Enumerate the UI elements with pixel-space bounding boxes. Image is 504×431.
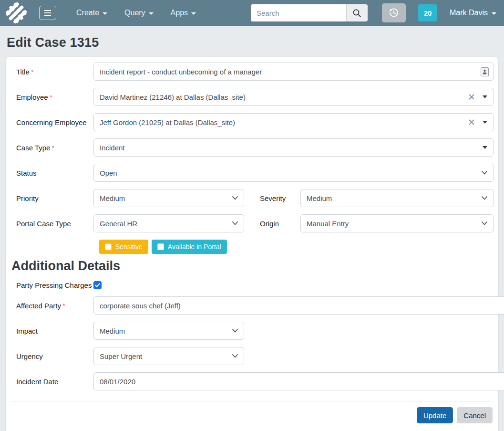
checkmark-icon [95,283,100,287]
unchecked-checkbox-icon [157,243,164,250]
caret-down-icon [483,121,487,124]
status-label-text: Status [16,169,37,177]
clear-selection-icon[interactable] [468,94,475,100]
additional-details-heading: Additional Details [11,259,494,273]
toggle-buttons-row: Sensitive Available in Portal [99,240,494,254]
status-row: Status Open [10,164,494,182]
cancel-button[interactable]: Cancel [457,407,493,423]
required-marker: * [62,302,65,310]
unchecked-checkbox-icon [105,243,112,250]
party-pressing-charges-label: Party Pressing Charges [10,281,93,289]
chevron-down-icon [482,171,487,175]
urgency-label: Urgency [10,352,93,360]
impact-value: Medium [100,327,232,335]
chevron-down-icon [232,329,238,333]
origin-value: Manual Entry [307,220,482,228]
update-button[interactable]: Update [417,407,453,423]
required-marker: * [50,93,52,101]
portal-case-type-label: Portal Case Type [10,220,93,228]
search-button[interactable] [346,4,368,21]
priority-label-text: Priority [16,194,39,202]
title-label: Title* [10,68,93,76]
chevron-down-icon [232,354,238,358]
origin-label: Origin [260,220,300,228]
navbar: Create Query Apps 20 Mark Davis [0,0,504,26]
user-name: Mark Davis [450,9,488,17]
severity-select[interactable]: Medium [300,189,494,207]
case-type-label-text: Case Type [16,144,50,152]
party-pressing-charges-label-text: Party Pressing Charges [16,281,92,289]
party-pressing-charges-row: Party Pressing Charges [10,281,494,289]
nav-create-menu[interactable]: Create [70,5,114,21]
notification-count-badge[interactable]: 20 [418,4,437,21]
employee-row: Employee* David Martinez (21246) at Dall… [10,88,494,106]
employee-label-text: Employee [16,93,48,101]
sensitive-toggle-button[interactable]: Sensitive [99,240,148,254]
portal-case-type-origin-row: Portal Case Type General HR Origin Manua… [10,214,494,232]
incident-date-input[interactable] [93,372,504,390]
portal-case-type-label-text: Portal Case Type [16,220,71,228]
severity-label: Severity [260,194,300,202]
case-type-row: Case Type* Incident [10,138,494,157]
party-pressing-charges-checkbox[interactable] [93,281,102,289]
concerning-employee-row: Concerning Employee Jeff Gordon (21025) … [10,113,494,131]
history-button[interactable] [382,3,406,22]
priority-label: Priority [10,194,93,202]
search-group [251,4,368,21]
urgency-value: Super Urgent [100,352,232,360]
case-type-value: Incident [100,144,483,152]
caret-down-icon [191,12,196,15]
title-label-text: Title [16,68,30,76]
caret-down-icon [149,12,154,15]
edit-case-form-card: Title* Employee* David Martinez (21246) … [6,57,498,431]
status-select[interactable]: Open [93,164,494,182]
clear-selection-icon[interactable] [468,119,475,126]
incident-date-row: Incident Date [10,372,494,390]
user-menu[interactable]: Mark Davis [448,6,498,20]
title-input-wrap [93,63,494,81]
priority-select[interactable]: Medium [93,189,244,207]
severity-value: Medium [307,194,482,202]
incident-date-label-text: Incident Date [16,378,58,386]
sidebar-toggle-button[interactable] [39,6,56,20]
impact-row: Impact Medium [10,322,494,340]
impact-label: Impact [10,327,93,335]
severity-label-text: Severity [260,194,286,202]
required-marker: * [51,144,54,152]
priority-severity-row: Priority Medium Severity Medium [10,189,494,207]
hamburger-icon [44,10,51,16]
search-icon [352,9,361,18]
caret-down-icon [483,95,487,98]
impact-select[interactable]: Medium [93,322,244,340]
sensitive-toggle-label: Sensitive [115,243,143,251]
caret-down-icon [103,12,107,15]
caret-down-icon [492,12,496,15]
concerning-employee-label: Concerning Employee [10,118,93,126]
nav-query-menu[interactable]: Query [118,5,160,21]
title-row: Title* [10,63,494,81]
nav-create-label: Create [76,9,99,17]
portal-case-type-select[interactable]: General HR [93,214,244,232]
affected-party-input[interactable] [93,296,504,315]
required-marker: * [31,68,34,76]
search-input[interactable] [251,4,346,21]
form-footer: Update Cancel [10,401,494,427]
title-input[interactable] [93,63,494,81]
available-in-portal-toggle-button[interactable]: Available in Portal [152,240,227,254]
affected-party-label-text: Affected Party [16,302,61,310]
urgency-row: Urgency Super Urgent [10,347,494,365]
case-type-combobox[interactable]: Incident [93,138,494,157]
status-label: Status [10,169,93,177]
origin-select[interactable]: Manual Entry [300,214,494,232]
portal-case-type-value: General HR [100,220,232,228]
caret-down-icon [483,146,487,149]
chevron-down-icon [232,221,238,225]
nav-apps-menu[interactable]: Apps [164,5,203,21]
employee-combobox[interactable]: David Martinez (21246) at Dallas (Dallas… [93,88,494,106]
urgency-select[interactable]: Super Urgent [93,347,244,365]
autofill-contact-icon[interactable] [481,67,489,76]
urgency-label-text: Urgency [16,352,43,360]
nav-query-label: Query [124,9,145,17]
concerning-employee-combobox[interactable]: Jeff Gordon (21025) at Dallas (Dallas_si… [93,113,494,131]
app-logo-icon[interactable] [6,2,27,23]
